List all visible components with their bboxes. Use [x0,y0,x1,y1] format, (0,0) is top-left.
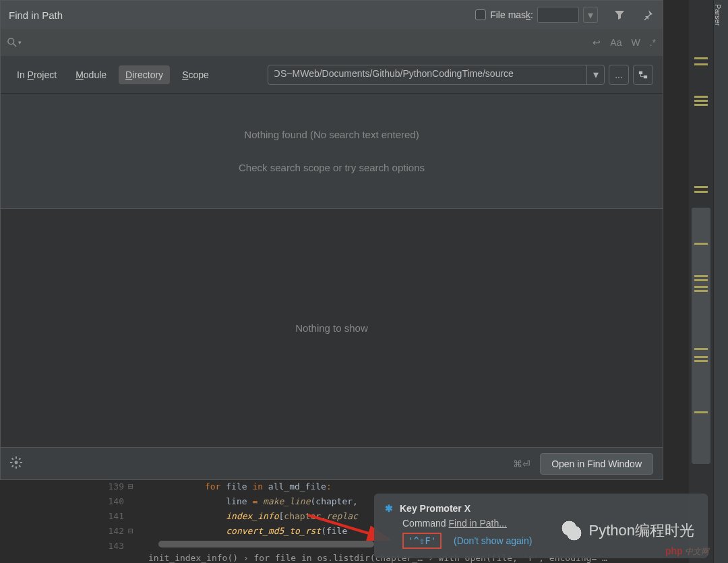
match-case-toggle[interactable]: Aa [610,37,621,48]
dialog-title: Find in Path [9,9,468,21]
shortcut-hint: ⌘⏎ [513,458,530,469]
search-icon[interactable]: ▾ [7,38,22,47]
editor-minimap[interactable] [689,0,713,563]
directory-path-text: ƆS~MWeb/Documents/Github/PythonCodingTim… [268,65,586,84]
line-number: 142 [101,526,128,536]
dont-show-again-link[interactable]: (Don't show again) [454,535,532,546]
line-number: 140 [101,496,128,506]
results-empty-line1: Nothing found (No search text entered) [244,129,419,140]
file-mask-checkbox[interactable] [475,9,486,20]
fold-mark[interactable]: ⊟ [128,481,142,492]
line-number: 141 [101,511,128,521]
parser-tool-label[interactable]: Parser [714,0,722,26]
notification-shortcut: '^⇧F' [402,533,442,549]
regex-toggle[interactable]: .* [650,37,656,48]
open-in-find-window-button[interactable]: Open in Find Window [540,453,653,475]
svg-point-0 [8,38,14,45]
browse-button[interactable]: ... [609,65,629,85]
file-mask-dropdown[interactable]: ▾ [583,7,598,23]
dialog-header: Find in Path File mask: ▾ [1,1,663,29]
recursive-toggle[interactable] [633,65,653,85]
find-in-path-dialog: Find in Path File mask: ▾ ▾ ↩ Aa W .* In… [0,0,663,480]
svg-rect-3 [644,75,647,78]
chevron-down-icon[interactable]: ▾ [586,65,604,84]
filter-icon[interactable] [613,8,626,22]
search-bar: ▾ ↩ Aa W .* [1,29,663,56]
line-number: 139 [101,481,128,492]
results-empty-line2: Check search scope or try search options [239,162,425,173]
results-area: Nothing found (No search text entered) C… [1,94,663,208]
tool-window-right-bar[interactable]: Parser [713,0,728,563]
php-watermark: php 中文网 [665,545,709,558]
scope-row: In Project Module Directory Scope ƆS~MWe… [1,56,663,94]
file-mask-label: File mask: [490,9,533,20]
horizontal-scrollbar[interactable] [158,541,374,547]
scope-tab-scope[interactable]: Scope [175,65,216,84]
watermark-logo [559,518,584,543]
notification-command-label: Command [402,518,448,529]
watermark: Python编程时光 [559,518,695,543]
words-toggle[interactable]: W [631,37,640,48]
svg-rect-2 [639,71,642,73]
directory-path-combo[interactable]: ƆS~MWeb/Documents/Github/PythonCodingTim… [268,65,605,85]
file-mask-input[interactable] [537,7,579,23]
notification-title: Key Promoter X [400,503,471,514]
svg-line-1 [13,44,16,47]
fold-mark[interactable]: ⊟ [128,526,142,536]
plugin-icon: ✱ [385,503,393,514]
gear-icon[interactable] [10,456,22,471]
scope-tab-module[interactable]: Module [69,65,113,84]
newline-icon[interactable]: ↩ [593,37,601,48]
preview-area: Nothing to show [1,208,663,447]
scope-tab-project[interactable]: In Project [10,65,63,84]
notification-command-link[interactable]: Find in Path... [448,518,506,529]
dialog-footer: ⌘⏎ Open in Find Window [1,447,663,479]
preview-empty-text: Nothing to show [295,322,368,334]
svg-point-4 [15,461,18,464]
pin-icon[interactable] [641,8,655,22]
search-input[interactable] [27,37,593,49]
scope-tab-directory[interactable]: Directory [119,65,170,84]
line-number: 143 [101,541,128,551]
